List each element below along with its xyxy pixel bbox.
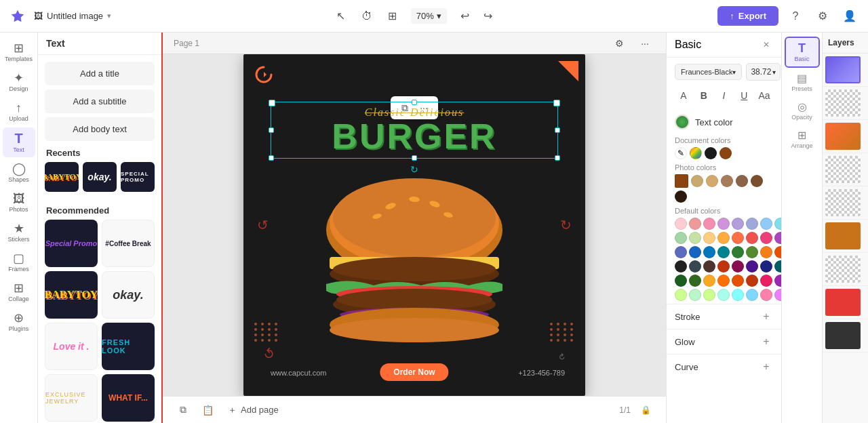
def-color-21[interactable] [732,246,744,258]
stroke-add-icon[interactable]: + [760,310,773,323]
def-color-26[interactable] [689,260,701,273]
doc-pen-swatch[interactable]: ✎ [675,147,687,159]
def-color-13[interactable] [732,232,744,244]
def-color-18[interactable] [689,246,701,258]
redo-button[interactable]: ↪ [478,6,498,26]
canvas-more-icon[interactable]: ··· [635,33,655,54]
photo-color-6[interactable] [751,175,763,187]
def-color-10[interactable] [689,232,701,244]
def-color-44[interactable] [717,289,730,301]
sidebar-item-collage[interactable]: ⊞ Collage [3,278,35,306]
rec-item-special-promo[interactable]: Special Promo [45,220,98,267]
rec-item-babytoy[interactable]: BABYTOY [45,271,98,319]
font-selector[interactable]: Fraunces-Black ▾ [675,64,742,80]
def-color-37[interactable] [732,275,744,287]
lock-button[interactable]: 🔒 [636,401,655,420]
layer-item-6[interactable] [823,220,868,253]
def-color-3[interactable] [703,218,715,230]
def-color-47[interactable] [760,289,772,301]
def-color-1[interactable] [675,218,687,230]
def-color-46[interactable] [746,289,758,301]
copy-button[interactable]: ⧉ [174,401,193,420]
def-color-17[interactable] [675,246,687,258]
recent-item-special[interactable]: Special Promo [121,162,155,192]
right-icon-presets[interactable]: ▤ Presets [785,69,820,96]
def-color-22[interactable] [746,246,758,258]
add-body-button[interactable]: Add body text [45,117,155,141]
def-color-45[interactable] [732,289,744,301]
undo-button[interactable]: ↩ [455,6,475,26]
def-color-42[interactable] [689,289,701,301]
add-subtitle-button[interactable]: Add a subtitle [45,89,155,113]
def-color-12[interactable] [717,232,730,244]
def-color-20[interactable] [717,246,730,258]
rec-item-okay[interactable]: okay. [102,271,155,319]
photo-color-2[interactable] [691,175,703,187]
sidebar-item-photos[interactable]: 🖼 Photos [3,188,35,217]
format-underline-button[interactable]: U [735,86,753,105]
def-color-39[interactable] [760,275,772,287]
right-icon-arrange[interactable]: ⊞ Arrange [785,126,820,153]
photo-color-3[interactable] [706,175,718,187]
add-title-button[interactable]: Add a title [45,62,155,85]
def-color-5[interactable] [732,218,744,230]
text-color-swatch[interactable] [675,115,690,129]
sidebar-item-templates[interactable]: ⊞ Templates [3,38,35,66]
format-case-button[interactable]: Aa [755,86,773,105]
curve-section[interactable]: Curve + [667,354,781,379]
glow-section[interactable]: Glow + [667,329,781,354]
sidebar-item-frames[interactable]: ▢ Frames [3,248,35,277]
def-color-27[interactable] [703,260,715,273]
rec-item-exclusive-jewelry[interactable]: Exclusive Jewelry [45,374,98,422]
export-button[interactable]: ↑ Export [717,6,778,26]
def-color-14[interactable] [746,232,758,244]
doc-brown-swatch[interactable] [719,147,732,159]
format-bold-button[interactable]: B [695,86,713,105]
def-color-4[interactable] [717,218,730,230]
canvas-order-button[interactable]: Order Now [380,363,448,381]
canvas-text-selection-box[interactable]: Classic Delicious BURGER [271,102,558,159]
selection-handle-ml[interactable] [269,127,274,133]
def-color-15[interactable] [760,232,772,244]
def-color-38[interactable] [746,275,758,287]
right-icon-opacity[interactable]: ◎ Opacity [785,98,820,125]
recent-item-okay[interactable]: okay. [83,162,117,192]
def-color-35[interactable] [703,275,715,287]
rec-item-freshlook[interactable]: FRESH LOOK [102,323,155,370]
sidebar-item-plugins[interactable]: ⊕ Plugins [3,308,35,336]
font-size-input[interactable]: 38.72 ▾ [746,63,781,81]
photo-color-7[interactable] [675,190,687,203]
doc-dark-swatch[interactable] [705,147,717,159]
def-color-31[interactable] [760,260,772,273]
selection-handle-mr[interactable] [555,127,560,133]
canvas-settings-icon[interactable]: ⚙ [609,33,629,54]
layer-item-5[interactable] [823,186,868,220]
layer-item-1[interactable] [823,54,868,87]
title-dropdown-icon[interactable]: ▾ [107,12,111,20]
photo-color-1[interactable] [675,174,688,188]
rec-item-coffee-break[interactable]: #Coffee Break [102,220,155,267]
format-italic-button[interactable]: I [715,86,733,105]
layer-item-9[interactable] [823,319,868,352]
doc-gradient-swatch[interactable] [690,147,702,159]
sidebar-item-design[interactable]: ✦ Design [3,68,35,96]
settings-button[interactable]: ⚙ [812,6,833,26]
layer-item-7[interactable] [823,253,868,286]
timer-tool[interactable]: ⏱ [357,6,377,26]
user-button[interactable]: 👤 [840,6,860,26]
def-color-19[interactable] [703,246,715,258]
def-color-41[interactable] [675,289,687,301]
def-color-33[interactable] [675,275,687,287]
recent-item-babytoy[interactable]: BABYTOY [45,162,79,192]
def-color-40[interactable] [774,275,781,287]
def-color-32[interactable] [774,260,781,273]
def-color-24[interactable] [774,246,781,258]
sidebar-item-stickers[interactable]: ★ Stickers [3,218,35,247]
selection-handle-br[interactable] [555,155,560,161]
document-title[interactable]: Untitled image [47,11,103,21]
def-color-30[interactable] [746,260,758,273]
paste-button[interactable]: 📋 [198,401,217,420]
def-color-2[interactable] [689,218,701,230]
glow-add-icon[interactable]: + [760,335,773,348]
canvas-text-selection-group[interactable]: Classic Delicious BURGER ↻ [271,102,558,159]
